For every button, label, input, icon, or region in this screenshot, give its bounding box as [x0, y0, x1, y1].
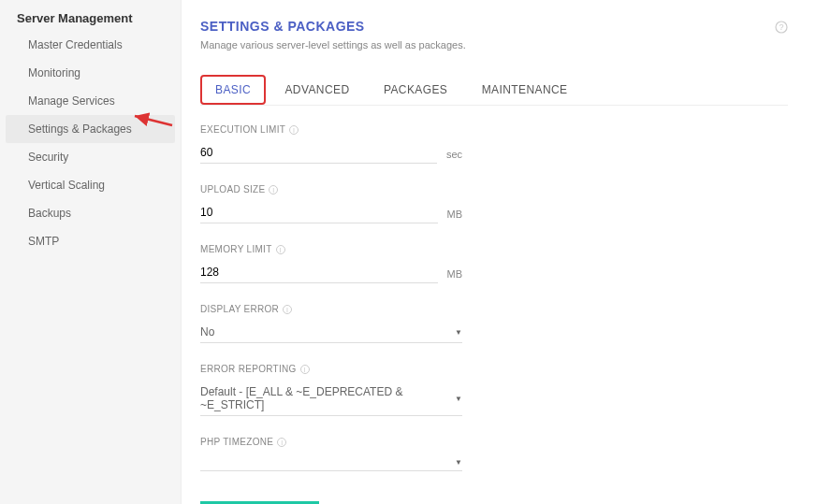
page-subtitle: Manage various server-level settings as … [200, 39, 788, 50]
field-upload-size: UPLOAD SIZE i MB [200, 184, 462, 223]
info-icon[interactable]: i [276, 245, 285, 254]
sidebar-title: Server Management [0, 7, 181, 31]
sidebar-item-smtp[interactable]: SMTP [0, 227, 181, 255]
select-value: No [200, 325, 214, 338]
info-icon[interactable]: i [289, 125, 299, 135]
caret-down-icon: ▼ [455, 328, 462, 337]
field-memory-limit: MEMORY LIMIT i MB [200, 244, 462, 283]
tabs: BASIC ADVANCED PACKAGES MAINTENANCE [200, 75, 788, 106]
label-text: PHP TIMEZONE [200, 437, 273, 447]
svg-text:?: ? [779, 22, 783, 32]
label-text: DISPLAY ERROR [200, 304, 279, 314]
unit-mb: MB [447, 268, 463, 283]
input-upload-size[interactable] [200, 202, 438, 223]
select-value: Default - [E_ALL & ~E_DEPRECATED & ~E_ST… [200, 385, 455, 411]
page-title: SETTINGS & PACKAGES [200, 19, 788, 34]
help-icon[interactable]: ? [775, 21, 788, 36]
info-icon[interactable]: i [283, 305, 292, 314]
caret-down-icon: ▼ [455, 395, 462, 403]
sidebar-item-vertical-scaling[interactable]: Vertical Scaling [0, 171, 181, 199]
info-icon[interactable]: i [277, 438, 286, 447]
label-php-timezone: PHP TIMEZONE i [200, 437, 462, 447]
field-display-error: DISPLAY ERROR i No ▼ [200, 304, 462, 343]
select-display-error[interactable]: No ▼ [200, 322, 462, 343]
input-memory-limit[interactable] [200, 262, 438, 283]
label-text: UPLOAD SIZE [200, 184, 265, 194]
label-upload-size: UPLOAD SIZE i [200, 184, 462, 194]
field-execution-limit: EXECUTION LIMIT i sec [200, 124, 462, 164]
label-text: ERROR REPORTING [200, 364, 297, 374]
unit-sec: sec [446, 149, 462, 164]
tab-advanced[interactable]: ADVANCED [270, 75, 364, 105]
sidebar-item-manage-services[interactable]: Manage Services [0, 87, 181, 115]
field-error-reporting: ERROR REPORTING i Default - [E_ALL & ~E_… [200, 364, 462, 416]
label-execution-limit: EXECUTION LIMIT i [200, 124, 462, 135]
select-php-timezone[interactable]: ▼ [200, 454, 462, 471]
label-display-error: DISPLAY ERROR i [200, 304, 462, 314]
label-text: EXECUTION LIMIT [200, 124, 285, 135]
select-error-reporting[interactable]: Default - [E_ALL & ~E_DEPRECATED & ~E_ST… [200, 382, 462, 416]
sidebar: Server Management Master Credentials Mon… [0, 0, 181, 504]
info-icon[interactable]: i [300, 365, 310, 374]
tab-maintenance[interactable]: MAINTENANCE [467, 75, 583, 105]
main-content: ? SETTINGS & PACKAGES Manage various ser… [181, 0, 816, 504]
sidebar-item-master-credentials[interactable]: Master Credentials [0, 31, 181, 59]
label-text: MEMORY LIMIT [200, 244, 272, 254]
field-php-timezone: PHP TIMEZONE i ▼ [200, 437, 462, 471]
unit-mb: MB [447, 209, 463, 223]
caret-down-icon: ▼ [455, 458, 462, 467]
sidebar-item-security[interactable]: Security [0, 143, 181, 171]
sidebar-item-backups[interactable]: Backups [0, 199, 181, 227]
tab-packages[interactable]: PACKAGES [369, 75, 462, 105]
input-execution-limit[interactable] [200, 142, 437, 164]
info-icon[interactable]: i [269, 185, 278, 194]
label-error-reporting: ERROR REPORTING i [200, 364, 462, 374]
sidebar-item-monitoring[interactable]: Monitoring [0, 59, 181, 87]
label-memory-limit: MEMORY LIMIT i [200, 244, 462, 254]
sidebar-item-settings-packages[interactable]: Settings & Packages [6, 115, 175, 143]
tab-basic[interactable]: BASIC [200, 75, 266, 105]
